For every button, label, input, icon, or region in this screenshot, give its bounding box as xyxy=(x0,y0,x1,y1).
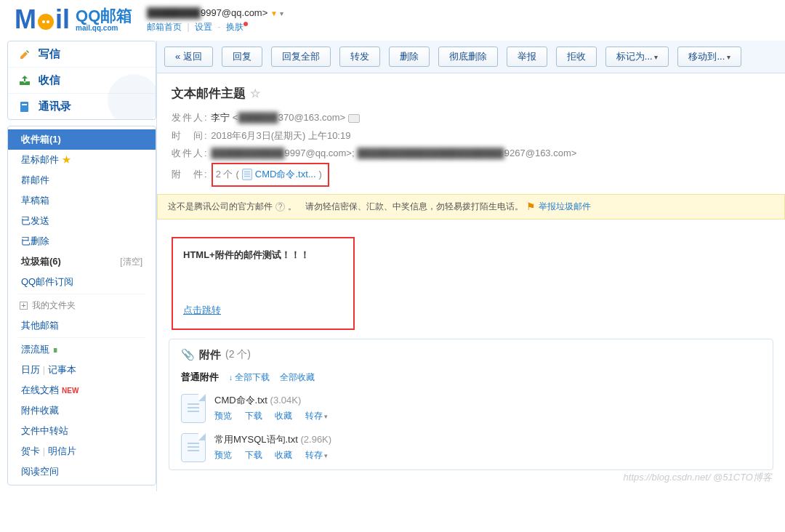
attachment-item: 常用MYSQL语句.txt (2.96K) 预览 下载 收藏 转存 xyxy=(181,433,761,462)
favorite-all-link[interactable]: 全部收藏 xyxy=(280,372,315,382)
sidebar-item-drift[interactable]: 漂流瓶 ∎ xyxy=(8,339,156,360)
warn-icon: ⚑ xyxy=(526,201,536,212)
svg-rect-0 xyxy=(20,102,28,112)
att-preview-link[interactable]: 预览 xyxy=(214,450,232,460)
account-caret-icon[interactable]: ▾ xyxy=(280,9,283,17)
report-button[interactable]: 举报 xyxy=(507,47,547,67)
hard-delete-button[interactable]: 彻底删除 xyxy=(438,47,498,67)
sidebar-item-qqsub[interactable]: QQ邮件订阅 xyxy=(8,272,156,292)
sidebar-item-deleted[interactable]: 已删除 xyxy=(8,231,156,251)
reply-button[interactable]: 回复 xyxy=(222,47,262,67)
attachment-first-link[interactable]: CMD命令.txt... xyxy=(255,166,316,184)
reply-all-button[interactable]: 回复全部 xyxy=(271,47,331,67)
download-all-link[interactable]: 全部下载 xyxy=(229,372,270,382)
att-fav-link[interactable]: 收藏 xyxy=(275,450,292,460)
sidebar-item-inbox[interactable]: 收件箱(1) xyxy=(8,129,156,150)
contacts-link[interactable]: 通讯录 xyxy=(8,93,156,119)
nav-settings[interactable]: 设置 xyxy=(195,22,212,32)
account-label[interactable]: ████████9997@qq.com> ▼ ▾ xyxy=(147,7,283,18)
sidebar-item-sent[interactable]: 已发送 xyxy=(8,211,156,231)
att-download-link[interactable]: 下载 xyxy=(245,450,262,460)
reddot-icon xyxy=(243,22,248,26)
move-menu-button[interactable]: 移动到... xyxy=(677,47,741,67)
expand-icon[interactable]: + xyxy=(20,302,28,310)
logo-text: QQ邮箱 xyxy=(76,8,132,24)
from-row: 发件人: 李宁 <██████370@163.com> xyxy=(172,109,770,127)
text-file-icon xyxy=(181,394,206,423)
sidebar-group-myfolder[interactable]: +我的文件夹 xyxy=(8,296,156,315)
inbox-tray-icon xyxy=(18,75,31,86)
att-saveto-menu[interactable]: 转存 xyxy=(305,411,329,421)
to-row: 收件人: ███████████9997@qq.com>; ██████████… xyxy=(172,145,770,163)
sidebar-primary-box: 写信 收信 通讯录 xyxy=(7,41,156,120)
sidebar-item-read[interactable]: 阅读空间 xyxy=(8,462,156,482)
logo-domain: mail.qq.com xyxy=(76,24,132,32)
account-dropdown-icon[interactable]: ▼ xyxy=(270,9,278,17)
attachment-item: CMD命令.txt (3.04K) 预览 下载 收藏 转存 xyxy=(181,394,761,423)
forward-button[interactable]: 转发 xyxy=(339,47,380,67)
mail-body-text: HTML+附件的邮件测试！！！ xyxy=(183,249,343,262)
nav-home[interactable]: 邮箱首页 xyxy=(147,22,182,32)
file-icon xyxy=(242,169,252,180)
att-preview-link[interactable]: 预览 xyxy=(214,411,232,421)
attachments-title: 📎 附件(2 个) xyxy=(181,348,761,362)
att-saveto-menu[interactable]: 转存 xyxy=(305,450,329,460)
trash-clear-link[interactable]: [清空] xyxy=(120,256,142,268)
help-icon[interactable]: ? xyxy=(275,202,285,211)
paperclip-icon: 📎 xyxy=(181,348,195,361)
sidebar-item-docs[interactable]: 在线文档NEW xyxy=(8,380,156,400)
attachment-tools: 普通附件 全部下载 全部收藏 xyxy=(181,371,761,384)
delete-button[interactable]: 删除 xyxy=(389,47,430,67)
reject-button[interactable]: 拒收 xyxy=(556,47,597,67)
attachments-section: 📎 附件(2 个) 普通附件 全部下载 全部收藏 CMD命令.txt (3.04… xyxy=(169,339,773,470)
att-fav-link[interactable]: 收藏 xyxy=(275,411,292,421)
time-row: 时 间: 2018年6月3日(星期天) 上午10:19 xyxy=(172,127,770,145)
mark-menu-button[interactable]: 标记为... xyxy=(605,47,669,67)
toolbar: 返回 回复 回复全部 转发 删除 彻底删除 举报 拒收 标记为... 移动到..… xyxy=(157,41,785,73)
sidebar-item-cal-notes[interactable]: 日历 | 记事本 xyxy=(8,360,156,380)
star-icon: ★ xyxy=(62,154,71,165)
report-spam-link[interactable]: 举报垃圾邮件 xyxy=(539,201,591,213)
sidebar-item-starred[interactable]: 星标邮件 ★ xyxy=(8,150,156,170)
mail-body-highlight: HTML+附件的邮件测试！！！ 点击跳转 xyxy=(172,237,355,330)
main-panel: 返回 回复 回复全部 转发 删除 彻底删除 举报 拒收 标记为... 移动到..… xyxy=(156,41,785,491)
sidebar: 写信 收信 通讯录 收件箱(1) 星标邮件 ★ 群邮件 草稿箱 已发送 已删除 … xyxy=(0,41,156,491)
text-file-icon xyxy=(181,433,206,462)
sidebar-item-cards[interactable]: 贺卡 | 明信片 xyxy=(8,441,156,462)
mail-subject: 文本邮件主题 ☆ xyxy=(172,85,770,102)
att-download-link[interactable]: 下载 xyxy=(245,411,262,421)
sidebar-item-trash[interactable]: 垃圾箱(6) [清空] xyxy=(8,251,156,272)
star-toggle-icon[interactable]: ☆ xyxy=(250,86,260,100)
logo[interactable]: Mil QQ邮箱 mail.qq.com xyxy=(15,4,132,35)
sidebar-item-drafts[interactable]: 草稿箱 xyxy=(8,190,156,211)
header-nav: 邮箱首页 | 设置 - 换肤 xyxy=(147,21,283,33)
attachment-summary-row: 附 件: 2 个 ( CMD命令.txt... ) xyxy=(172,163,329,187)
mail-body-link[interactable]: 点击跳转 xyxy=(183,304,343,317)
watermark-text: https://blog.csdn.net/ @51CTO博客 xyxy=(624,471,772,484)
vcard-icon[interactable] xyxy=(348,114,360,123)
spam-notice-bar: 这不是腾讯公司的官方邮件 ? 。 请勿轻信密保、汇款、中奖信息，勿轻易拨打陌生电… xyxy=(157,194,785,219)
app-header: Mil QQ邮箱 mail.qq.com ████████9997@qq.com… xyxy=(0,0,785,35)
bottle-icon: ∎ xyxy=(52,344,58,355)
svg-rect-1 xyxy=(22,104,27,105)
logo-bubble-icon xyxy=(38,14,54,30)
pencil-icon xyxy=(18,49,31,60)
sidebar-item-attachfav[interactable]: 附件收藏 xyxy=(8,400,156,421)
sidebar-item-group[interactable]: 群邮件 xyxy=(8,170,156,190)
nav-skin[interactable]: 换肤 xyxy=(226,22,243,32)
attachment-summary-highlight: 2 个 ( CMD命令.txt... ) xyxy=(212,163,329,187)
compose-link[interactable]: 写信 xyxy=(8,41,156,67)
logo-mail-icon: Mil xyxy=(15,4,70,35)
receive-link[interactable]: 收信 xyxy=(8,67,156,93)
book-icon xyxy=(18,101,31,113)
mail-header: 文本邮件主题 ☆ 发件人: 李宁 <██████370@163.com> 时 间… xyxy=(157,73,785,194)
sidebar-item-othermail[interactable]: 其他邮箱 xyxy=(8,315,156,336)
back-button[interactable]: 返回 xyxy=(164,47,213,67)
sidebar-item-transfer[interactable]: 文件中转站 xyxy=(8,421,156,441)
sidebar-folders: 收件箱(1) 星标邮件 ★ 群邮件 草稿箱 已发送 已删除 垃圾箱(6) [清空… xyxy=(7,126,156,485)
